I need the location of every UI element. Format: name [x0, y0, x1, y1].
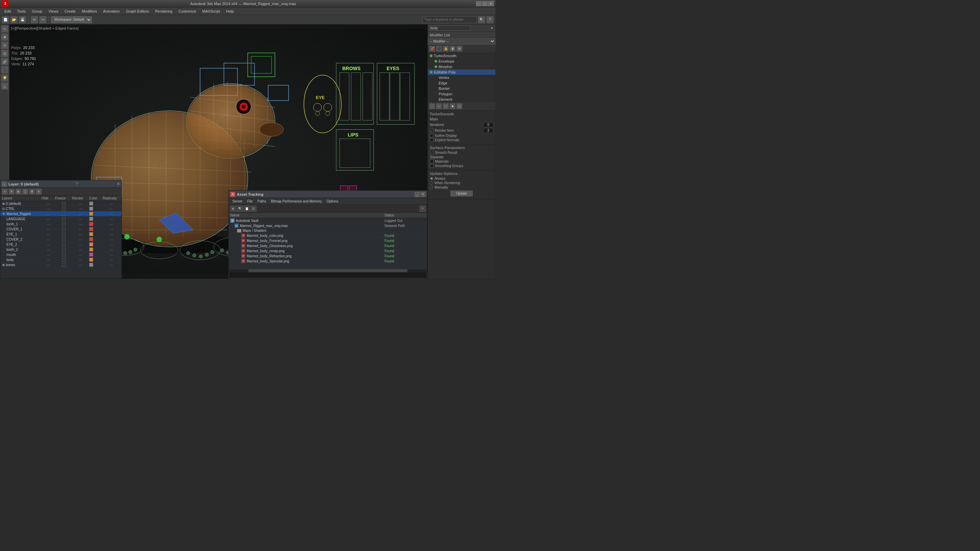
layer-color-bones[interactable] — [89, 263, 93, 267]
asset-menu-options[interactable]: Options — [325, 199, 340, 203]
toolbar-new[interactable]: 📄 — [2, 16, 9, 24]
layer-row-body[interactable]: body — — — — [0, 257, 121, 263]
iterations-input[interactable] — [483, 122, 493, 127]
menu-tools[interactable]: Tools — [14, 8, 29, 14]
layers-close-btn[interactable]: ✕ — [117, 182, 120, 186]
asset-tb-1[interactable]: ⊕ — [230, 205, 236, 212]
layer-freeze-marmot[interactable] — [62, 212, 66, 216]
modifier-sub-polygon[interactable]: Polygon — [428, 91, 495, 97]
layer-freeze-ctrl[interactable] — [62, 207, 66, 211]
asset-menu-bitmap-perf[interactable]: Bitmap Performance and Memory — [269, 199, 324, 203]
menu-maxscript[interactable]: MAXScript — [200, 8, 223, 14]
layer-freeze-eye1[interactable] — [62, 233, 66, 236]
asset-help-btn[interactable]: ? — [420, 205, 426, 212]
show-end-result-btn[interactable]: ⬛ — [436, 46, 442, 52]
close-button[interactable]: ✕ — [488, 2, 494, 6]
layer-row-marmot-rigged[interactable]: ▼ Marmot_Rigged — — — — [0, 211, 121, 217]
layer-row-cover2[interactable]: COVER_2 — — — — [0, 237, 121, 242]
modifier-item-envelope[interactable]: Envelope — [428, 59, 495, 64]
asset-row-specular-png[interactable]: P Marmot_body_Specular.png Found — [229, 259, 427, 264]
menu-group[interactable]: Group — [29, 8, 45, 14]
modifier-item-morpher[interactable]: Morpher — [428, 64, 495, 69]
layer-delete-btn[interactable]: ✕ — [8, 188, 14, 195]
asset-row-color-png[interactable]: P Marmot_body_color.png Found — [229, 233, 427, 238]
asset-menu-file[interactable]: File — [245, 199, 255, 203]
object-name-field[interactable]: ▼ — [428, 24, 495, 32]
camera-tool[interactable]: 🎥 — [1, 66, 8, 73]
rotate-tool[interactable]: ↻ — [1, 41, 8, 49]
menu-rendering[interactable]: Rendering — [153, 8, 175, 14]
configure-modifier-sets-btn[interactable]: ⚙ — [456, 46, 463, 52]
layer-settings-btn[interactable]: ⚙ — [29, 188, 35, 195]
link-tool[interactable]: 🔗 — [1, 58, 8, 65]
layer-freeze-language[interactable] — [62, 217, 66, 221]
layer-freeze-tooth2[interactable] — [62, 248, 66, 252]
editpoly-enable-icon[interactable] — [430, 71, 433, 73]
layer-row-ctrl[interactable]: ⊟ CTRL — — — — [0, 206, 121, 211]
layer-color-eye2[interactable] — [89, 242, 93, 247]
asset-tb-2[interactable]: 🔍 — [237, 205, 243, 212]
layer-freeze-tooth1[interactable] — [62, 222, 66, 226]
vertex-btn[interactable]: · — [429, 103, 435, 109]
layer-freeze-bones[interactable] — [62, 263, 66, 267]
asset-tb-3[interactable]: 📋 — [243, 205, 250, 212]
asset-menu-server[interactable]: Server — [231, 199, 244, 203]
modifier-enable-icon[interactable] — [430, 54, 433, 57]
layer-freeze-default[interactable] — [62, 202, 66, 205]
asset-row-maps-folder[interactable]: Maps / Shaders — [229, 228, 427, 233]
select-tool[interactable]: ↖ — [1, 25, 8, 33]
asset-row-max-file[interactable]: M Marmot_Rigged_max_vray.max Network Pat… — [229, 223, 427, 228]
maximize-button[interactable]: □ — [482, 2, 488, 6]
modifier-item-turbosmooth[interactable]: TurboSmooth — [428, 53, 495, 59]
menu-edit[interactable]: Edit — [2, 8, 14, 14]
remove-modifier-btn[interactable]: 🗑 — [450, 46, 456, 52]
asset-row-glossiness-png[interactable]: P Marmot_body_Glossiness.png Found — [229, 243, 427, 248]
asset-scrollbar[interactable] — [229, 269, 427, 272]
manually-radio[interactable]: Manually — [430, 185, 493, 189]
smooth-result-checkbox[interactable]: ✓ — [430, 151, 434, 154]
layer-color-language[interactable] — [89, 217, 93, 221]
minimize-button[interactable]: — — [476, 2, 482, 6]
layer-select-objects-btn[interactable]: ⬡ — [22, 188, 28, 195]
modifier-sub-element[interactable]: Element — [428, 97, 495, 102]
layer-row-mouth[interactable]: mouth — — — — [0, 252, 121, 257]
asset-minimize-btn[interactable]: _ — [415, 192, 420, 197]
explicit-checkbox[interactable] — [430, 138, 434, 142]
menu-help[interactable]: Help — [224, 8, 237, 14]
asset-row-nmap-png[interactable]: P Marmot_body_nmap.png Found — [229, 248, 427, 253]
modifier-sub-border[interactable]: Border — [428, 86, 495, 91]
asset-menu-paths[interactable]: Paths — [256, 199, 269, 203]
menu-create[interactable]: Create — [62, 8, 78, 14]
asset-row-vault[interactable]: V Autodesk Vault Logged Out — [229, 218, 427, 223]
modifier-sub-edge[interactable]: Edge — [428, 80, 495, 86]
layer-row-cover1[interactable]: COVER_1 — — — — [0, 227, 121, 232]
search-button[interactable]: 🔍 — [478, 16, 485, 24]
modifier-item-editable-poly[interactable]: Editable Poly — [428, 69, 495, 75]
layer-row-default[interactable]: ⊕ 0 (default) — — — — [0, 201, 121, 206]
toolbar-undo[interactable]: ↩ — [30, 16, 38, 24]
when-rendering-radio[interactable]: When Rendering — [430, 181, 493, 185]
layer-color-mouth[interactable] — [89, 253, 93, 256]
layer-row-bones[interactable]: ⊕ bones — — — — [0, 263, 121, 268]
layer-row-eye2[interactable]: EYE_2 — — — — [0, 242, 121, 247]
isoline-checkbox[interactable] — [430, 134, 434, 137]
envelope-enable-icon[interactable] — [434, 60, 437, 63]
layer-color-marmot[interactable] — [89, 212, 93, 216]
pin-stack-btn[interactable]: 📌 — [429, 46, 435, 52]
workspace-dropdown[interactable]: Workspace: Default — [51, 16, 92, 23]
layer-color-body[interactable] — [89, 258, 93, 262]
light-tool[interactable]: 💡 — [1, 74, 8, 82]
layer-more-btn[interactable]: ≡ — [36, 188, 42, 195]
menu-graph-editors[interactable]: Graph Editors — [123, 8, 152, 14]
move-tool[interactable]: ✥ — [1, 33, 8, 41]
layer-color-cover2[interactable] — [89, 237, 93, 241]
update-button[interactable]: Update — [450, 191, 472, 196]
render-iters-input[interactable] — [483, 128, 493, 133]
layers-help-btn[interactable]: ? — [76, 182, 78, 186]
layer-freeze-body[interactable] — [62, 258, 66, 262]
make-unique-btn[interactable]: 🔓 — [443, 46, 449, 52]
asset-path-input[interactable] — [229, 272, 427, 279]
layer-color-tooth2[interactable] — [89, 247, 93, 252]
morpher-enable-icon[interactable] — [434, 65, 437, 68]
menu-modifiers[interactable]: Modifiers — [79, 8, 100, 14]
